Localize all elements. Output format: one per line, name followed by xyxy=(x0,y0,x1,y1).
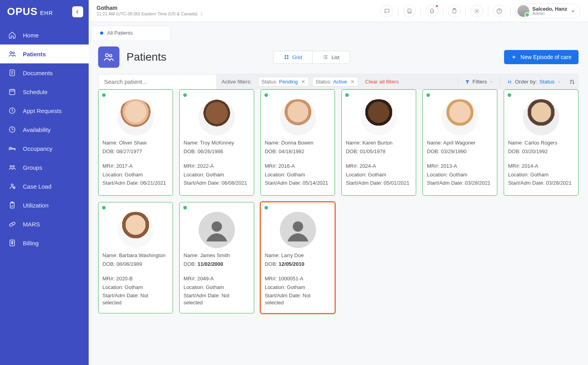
patient-start: Start/Adm Date: 05/01/2021 xyxy=(346,180,412,187)
sidebar-item-appt-requests[interactable]: Appt Requests xyxy=(0,101,89,120)
groups-icon xyxy=(8,163,17,171)
documents-icon xyxy=(8,69,17,77)
filters-dropdown[interactable]: Filters xyxy=(461,74,498,89)
patient-name: Name: Carlos Rogers xyxy=(508,139,574,146)
patient-mr: MR#: 2022-A xyxy=(184,163,250,170)
sidebar-item-label: Appt Requests xyxy=(23,107,61,114)
sidebar-item-home[interactable]: Home xyxy=(0,26,89,44)
help-button[interactable] xyxy=(493,5,506,17)
patient-mr: MR#: 2013-A xyxy=(427,163,493,170)
caseload-icon xyxy=(8,182,17,190)
status-dot-icon xyxy=(264,206,268,209)
patient-card[interactable]: Name: Carlos Rogers DOB: 03/20/1992 MR#:… xyxy=(504,89,579,196)
sidebar-item-label: Billing xyxy=(23,240,39,246)
sidebar-item-label: Occupancy xyxy=(23,145,52,152)
brand-logo: OPUS EHR xyxy=(7,6,53,18)
sidebar-item-label: Schedule xyxy=(23,89,48,95)
patient-mr: MR#: 2014-A xyxy=(508,163,574,170)
sidebar-item-availability[interactable]: Availability xyxy=(0,120,89,139)
sidebar-item-case-load[interactable]: Case Load xyxy=(0,177,89,196)
clipboard-icon xyxy=(8,201,17,209)
patient-card[interactable]: Name: Karen Burton DOB: 01/05/1978 MR#: … xyxy=(341,89,416,196)
filter-bar: Active filters: Status: Pending ✕Status:… xyxy=(98,74,579,89)
patient-start: Start/Adm Date: 03/28/2021 xyxy=(427,180,493,187)
sidebar-item-label: Availability xyxy=(23,126,51,133)
status-dot-icon xyxy=(183,206,187,209)
notification-badge xyxy=(435,4,439,8)
active-filters-label: Active filters: xyxy=(217,74,257,89)
patient-card[interactable]: Name: Troy McKinney DOB: 06/26/1986 MR#:… xyxy=(179,89,254,196)
schedule-icon xyxy=(8,88,17,96)
sidebar-item-label: Patients xyxy=(23,51,46,57)
patient-card[interactable]: Name: April Wagoner DOB: 03/29/1990 MR#:… xyxy=(422,89,497,196)
status-dot-icon xyxy=(102,206,106,209)
list-icon xyxy=(323,54,328,60)
patient-card[interactable]: Name: Donna Bowen DOB: 04/18/1982 MR#: 2… xyxy=(261,89,335,196)
clock-icon xyxy=(8,107,17,115)
tab-all-patients[interactable]: All Patients xyxy=(92,26,171,40)
patient-dob: DOB: 12/05/2010 xyxy=(265,261,331,268)
sidebar-item-label: Case Load xyxy=(23,183,52,190)
docs-button[interactable] xyxy=(403,5,416,17)
new-episode-button[interactable]: New Episode of care xyxy=(504,50,579,64)
page-title: Patients xyxy=(127,51,166,63)
patient-card[interactable]: Name: Larry Doe DOB: 12/05/2010 MR#: 100… xyxy=(261,202,335,313)
sidebar-item-patients[interactable]: Patients xyxy=(0,44,89,63)
patient-photo xyxy=(199,99,235,135)
search-input[interactable] xyxy=(99,74,217,89)
filter-chip[interactable]: Status: Active ✕ xyxy=(312,77,358,87)
patient-name: Name: Larry Doe xyxy=(265,252,331,259)
clipboard-button[interactable] xyxy=(448,5,461,17)
patient-photo xyxy=(523,99,559,135)
patient-photo xyxy=(117,212,154,248)
user-role: Admin xyxy=(532,11,567,16)
patient-dob: DOB: 08/27/1977 xyxy=(102,148,169,155)
user-name: Salcedo, Hanz xyxy=(532,6,567,11)
sort-icon xyxy=(507,79,512,85)
patient-start: Start/Adm Date: Not selected xyxy=(265,292,331,306)
sidebar-item-mars[interactable]: MARS xyxy=(0,215,89,233)
status-dot-icon xyxy=(183,93,187,97)
sidebar-item-label: MARS xyxy=(23,221,40,228)
patient-mr: MR#: 2016-A xyxy=(265,163,331,170)
view-list-button[interactable]: List xyxy=(312,51,350,63)
bed-icon xyxy=(8,145,17,152)
patient-name: Name: Oliver Shaw xyxy=(102,139,169,146)
patient-name: Name: Donna Bowen xyxy=(265,139,331,146)
sidebar-item-occupancy[interactable]: Occupancy xyxy=(0,139,89,158)
patient-name: Name: Troy McKinney xyxy=(184,139,250,146)
location-block[interactable]: Gotham 11:21 AM (UTC-05:00) Eastern Time… xyxy=(97,5,204,17)
patient-location: Location: Gotham xyxy=(184,284,250,291)
patient-dob: DOB: 04/18/1982 xyxy=(265,148,331,155)
orderby-dropdown[interactable]: Order by: Status xyxy=(503,74,566,89)
filter-chip[interactable]: Status: Pending ✕ xyxy=(258,77,309,87)
sort-config-icon xyxy=(569,79,575,85)
sort-config-button[interactable] xyxy=(566,74,578,89)
patient-card[interactable]: Name: Barbara Washington DOB: 08/06/1989… xyxy=(98,202,173,313)
sidebar-item-schedule[interactable]: Schedule xyxy=(0,82,89,101)
brand-row: OPUS EHR xyxy=(0,0,89,23)
patient-dob: DOB: 06/26/1986 xyxy=(184,148,250,155)
status-dot-icon xyxy=(508,93,511,97)
help-icon xyxy=(496,8,502,14)
patient-location: Location: Gotham xyxy=(102,171,169,178)
view-grid-button[interactable]: Grid xyxy=(274,51,313,63)
patient-name: Name: Karen Burton xyxy=(346,139,412,146)
user-menu[interactable]: Salcedo, Hanz Admin xyxy=(515,4,580,19)
notifications-button[interactable] xyxy=(426,5,438,17)
clear-filters-link[interactable]: Clear all filters xyxy=(360,74,405,89)
remove-chip-icon[interactable]: ✕ xyxy=(301,79,305,85)
sidebar-item-documents[interactable]: Documents xyxy=(0,63,89,82)
messages-button[interactable] xyxy=(381,5,393,17)
sidebar-item-utilization[interactable]: Utilization xyxy=(0,196,89,215)
sidebar-item-groups[interactable]: Groups xyxy=(0,158,89,177)
remove-chip-icon[interactable]: ✕ xyxy=(350,79,355,85)
sidebar-collapse-button[interactable] xyxy=(72,6,83,17)
settings-button[interactable] xyxy=(471,5,483,17)
patient-card[interactable]: Name: James Smith DOB: 11/02/2000 MR#: 2… xyxy=(179,202,254,313)
patient-start: Start/Adm Date: 03/28/2021 xyxy=(508,180,574,187)
clipboard-icon xyxy=(451,8,458,14)
sidebar-item-billing[interactable]: Billing xyxy=(0,233,89,252)
patient-card[interactable]: Name: Oliver Shaw DOB: 08/27/1977 MR#: 2… xyxy=(98,89,173,196)
sort-icon xyxy=(200,11,204,17)
